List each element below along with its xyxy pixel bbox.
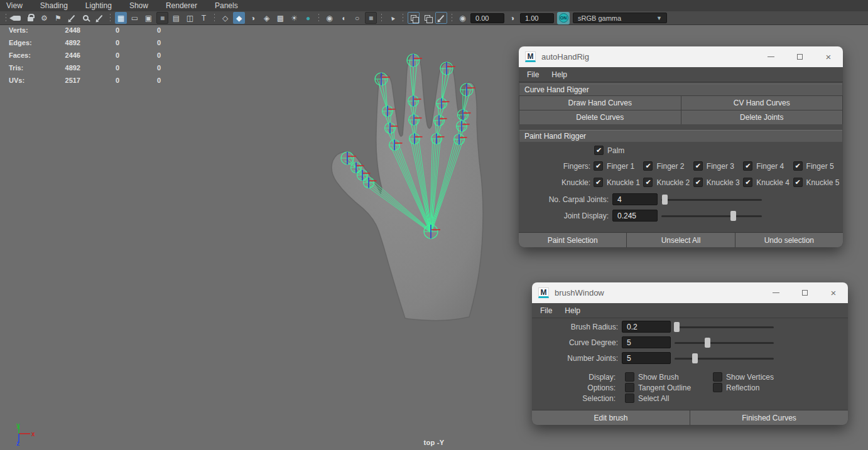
isolate-add-icon[interactable] — [421, 12, 433, 24]
wireframe-on-shaded-icon[interactable]: ◈ — [261, 12, 273, 24]
menu-help[interactable]: Help — [551, 70, 567, 79]
draw-hand-curves-button[interactable]: Draw Hand Curves — [519, 96, 681, 110]
brush-radius-slider[interactable] — [675, 322, 774, 332]
camera-settings-icon[interactable]: ⚙ — [38, 12, 50, 24]
menu-view[interactable]: View — [6, 1, 23, 10]
undo-selection-button[interactable]: Undo selection — [735, 233, 843, 247]
knuckle4-checkbox[interactable] — [743, 178, 752, 187]
show-vertices-checkbox[interactable] — [713, 372, 722, 382]
menu-panels[interactable]: Panels — [215, 1, 238, 10]
isolate-select-icon[interactable] — [408, 12, 420, 24]
menu-shading[interactable]: Shading — [40, 1, 68, 10]
minimize-button[interactable] — [761, 282, 790, 303]
section-paint-hand-rigger[interactable]: Paint Hand Rigger — [519, 130, 842, 142]
delete-joints-button[interactable]: Delete Joints — [681, 110, 843, 124]
isolate-draw-icon[interactable] — [435, 12, 447, 24]
zoom-region-icon[interactable] — [80, 12, 92, 24]
delete-curves-button[interactable]: Delete Curves — [519, 110, 681, 124]
occlusion-icon[interactable]: ◉ — [323, 12, 335, 24]
titlebar[interactable]: M autoHandRig × — [519, 46, 843, 67]
knuckle2-checkbox[interactable] — [643, 178, 653, 187]
bookmark-icon[interactable]: ⚑ — [52, 12, 64, 24]
unselect-all-button[interactable]: Unselect All — [627, 233, 734, 247]
joint-display-field[interactable]: 0.245 — [612, 210, 658, 222]
menu-file[interactable]: File — [540, 306, 552, 315]
show-brush-checkbox[interactable] — [625, 372, 634, 382]
menu-show[interactable]: Show — [129, 1, 148, 10]
section-curve-hand-rigger[interactable]: Curve Hand Rigger — [519, 83, 842, 95]
colorspace-dropdown[interactable]: sRGB gamma ▼ — [573, 13, 667, 23]
finished-curves-button[interactable]: Finished Curves — [690, 410, 848, 425]
edit-brush-button[interactable]: Edit brush — [532, 410, 690, 425]
material-view-icon[interactable]: ◑ — [247, 12, 259, 24]
grid-icon[interactable]: ▦ — [115, 12, 127, 24]
finger5-checkbox[interactable] — [793, 161, 803, 171]
select-all-checkbox[interactable] — [625, 394, 634, 403]
finger2-checkbox[interactable] — [643, 161, 653, 171]
lights-icon[interactable]: ☀ — [288, 12, 300, 24]
select-cursor-icon[interactable]: ▲ — [386, 12, 398, 24]
camera-select-icon[interactable] — [11, 12, 23, 24]
antialias-icon[interactable]: ○ — [351, 12, 363, 24]
close-button[interactable]: × — [814, 46, 843, 67]
menu-file[interactable]: File — [527, 70, 539, 79]
camera-lock-icon[interactable] — [24, 12, 36, 24]
window-brushwindow: M brushWindow × File Help Brush Radius: … — [532, 282, 848, 425]
slider-handle[interactable] — [674, 322, 680, 332]
finger3-checkbox[interactable] — [693, 161, 703, 171]
maximize-button[interactable] — [785, 46, 814, 67]
maya-application: View Shading Lighting Show Renderer Pane… — [0, 0, 868, 450]
close-button[interactable]: × — [819, 282, 848, 303]
curve-degree-slider[interactable] — [675, 338, 774, 348]
smooth-shade-icon[interactable]: ◆ — [233, 12, 245, 24]
knuckle5-checkbox[interactable] — [793, 178, 803, 187]
on-icon: ON — [559, 13, 568, 23]
menu-help[interactable]: Help — [565, 306, 580, 315]
joint-display-slider[interactable] — [661, 211, 762, 221]
slider-handle[interactable] — [730, 211, 736, 221]
exposure-icon[interactable]: ◉ — [457, 12, 469, 24]
gamma-field[interactable]: 1.00 — [520, 13, 554, 23]
carpal-joints-field[interactable]: 4 — [612, 193, 658, 205]
knuckle3-checkbox[interactable] — [693, 178, 703, 187]
exposure-field[interactable]: 0.00 — [470, 13, 504, 23]
finger4-checkbox[interactable] — [743, 161, 752, 171]
menu-lighting[interactable]: Lighting — [85, 1, 112, 10]
field-chart-icon[interactable]: ▤ — [170, 12, 182, 24]
knuckle1-checkbox[interactable] — [594, 178, 603, 187]
slider-handle[interactable] — [692, 353, 698, 363]
number-joints-field[interactable]: 5 — [622, 352, 671, 364]
hand-model[interactable] — [332, 53, 483, 320]
tangent-outline-checkbox[interactable] — [625, 383, 634, 392]
paint-brush-icon[interactable] — [94, 12, 106, 24]
multisample-icon[interactable]: ■ — [365, 12, 377, 24]
paint-selection-button[interactable]: Paint Selection — [519, 233, 626, 247]
menu-renderer[interactable]: Renderer — [166, 1, 197, 10]
reflection-checkbox[interactable] — [713, 383, 722, 392]
film-gate-icon[interactable]: ▭ — [129, 12, 141, 24]
slider-handle[interactable] — [662, 195, 668, 205]
contrast-icon[interactable]: ◑ — [506, 12, 518, 24]
palm-checkbox[interactable] — [594, 146, 604, 155]
textured-icon[interactable]: ▩ — [274, 12, 286, 24]
motion-blur-icon[interactable]: ◖ — [337, 12, 349, 24]
minimize-button[interactable] — [756, 46, 785, 67]
color-management-toggle[interactable]: ON — [557, 12, 570, 24]
number-joints-slider[interactable] — [675, 353, 774, 363]
resolution-gate-icon[interactable]: ▣ — [143, 12, 155, 24]
finger1-checkbox[interactable] — [594, 161, 603, 171]
slider-handle[interactable] — [705, 338, 710, 348]
titlebar[interactable]: M brushWindow × — [532, 282, 848, 303]
grease-pencil-icon[interactable] — [66, 12, 78, 24]
safe-action-icon[interactable]: ◫ — [184, 12, 196, 24]
brush-radius-field[interactable]: 0.2 — [622, 321, 671, 333]
shadows-icon[interactable]: ● — [302, 12, 314, 24]
cv-hand-curves-button[interactable]: CV Hand Curves — [681, 96, 843, 110]
safe-title-icon[interactable]: T — [198, 12, 210, 24]
gate-mask-icon[interactable]: ■ — [156, 12, 168, 24]
maximize-button[interactable] — [790, 282, 819, 303]
curve-degree-field[interactable]: 5 — [622, 336, 671, 348]
carpal-joints-slider[interactable] — [661, 195, 762, 205]
toolbar-drag-handle[interactable] — [5, 14, 7, 23]
wireframe-icon[interactable]: ◇ — [219, 12, 231, 24]
